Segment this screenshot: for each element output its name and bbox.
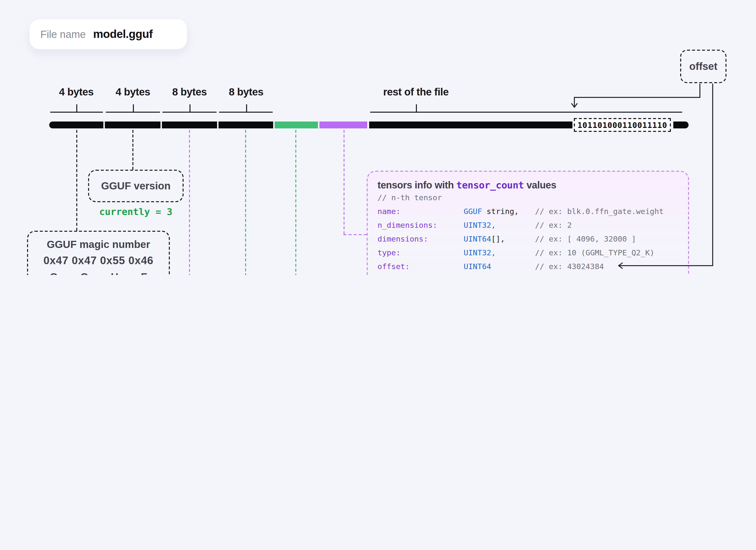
connector-tensors-box-elbow: [344, 234, 367, 235]
file-name-pill: File name model.gguf: [30, 19, 187, 49]
tensor-row: dimensions:UINT64[],// ex: [ 4096, 32000…: [378, 235, 680, 247]
tensors-info-panel: tensors info with tensor_count values //…: [367, 171, 689, 275]
connector-metadata-box: [295, 130, 296, 275]
gguf-version-note: currently = 3: [99, 206, 172, 217]
connector-tensors-box: [344, 130, 345, 234]
gguf-version-box: GGUF version: [88, 170, 184, 202]
gguf-magic-hex: 0x47 0x47 0x55 0x46: [28, 254, 169, 267]
gguf-magic-letter: U: [111, 271, 118, 275]
gguf-version-title: GGUF version: [101, 180, 171, 192]
bar-segment-tensor-count: [162, 122, 217, 128]
tensor-row-value: UINT64: [464, 262, 491, 271]
rest-of-file-label: rest of the file: [383, 86, 449, 98]
bracket-tick: [133, 104, 134, 112]
gguf-magic-letters: GGUF: [28, 271, 169, 275]
tensor-row: type:UINT32,// ex: 10 (GGML_TYPE_Q2_K): [378, 249, 680, 260]
gguf-magic-box: GGUF magic number 0x47 0x47 0x55 0x46 GG…: [27, 231, 170, 275]
bracket-line: [50, 112, 103, 113]
gguf-magic-letter: G: [80, 271, 88, 275]
bar-segment-tail: [673, 122, 689, 128]
tensor-row-value: UINT32,: [464, 221, 496, 230]
bracket-line-rest: [370, 112, 682, 113]
offset-callout-box: offset: [680, 50, 726, 83]
tensor-row: n_dimensions:UINT32,// ex: 2: [378, 221, 680, 233]
bracket-line: [219, 112, 273, 113]
bracket-tick: [246, 104, 247, 112]
bar-segment-metadata: [275, 122, 318, 128]
connector-metadata-kv-count: [245, 130, 246, 275]
bracket-tick-rest: [416, 104, 417, 112]
bracket-tick: [189, 104, 190, 112]
connector-version: [132, 130, 133, 170]
tensors-info-title: tensors info with tensor_count values: [378, 180, 556, 191]
gguf-magic-letter: F: [141, 271, 147, 275]
binary-offset-box: 101101000110011110: [574, 118, 671, 132]
gguf-format-diagram: File name model.gguf offset 4 bytes4 byt…: [0, 0, 756, 275]
byte-group-label: 8 bytes: [172, 86, 207, 98]
bar-segment-rest: [369, 122, 572, 128]
tensor-row: name:GGUF string,// ex: blk.0.ffn_gate.w…: [378, 207, 680, 219]
tensor-row-comment: // ex: 10 (GGML_TYPE_Q2_K): [535, 249, 654, 257]
tensors-comment-top: // n-th tensor: [378, 193, 442, 202]
bar-segment-metadata-kv-count: [219, 122, 273, 128]
tensor-row-key: name:: [378, 207, 400, 216]
tensor-row-key: n_dimensions:: [378, 221, 437, 230]
tensor-row-comment: // ex: 2: [535, 221, 572, 230]
gguf-magic-title: GGUF magic number: [28, 239, 169, 251]
tensor-row-value: GGUF string,: [464, 207, 519, 216]
file-name-label: File name: [40, 28, 86, 40]
bracket-line: [162, 112, 217, 113]
tensor-row-comment: // ex: 43024384: [535, 262, 604, 271]
gguf-magic-letter: G: [50, 271, 58, 275]
tensor-row-key: dimensions:: [378, 235, 428, 244]
bracket-line: [106, 112, 160, 113]
connector-magic: [76, 130, 77, 231]
bar-segment-tensors-info: [319, 122, 367, 128]
tensor-row: offset:UINT64// ex: 43024384: [378, 262, 680, 274]
tensor-row-key: offset:: [378, 262, 410, 271]
binary-value: 101101000110011110: [578, 120, 667, 130]
tensor-row-comment: // ex: blk.0.ffn_gate.weight: [535, 207, 664, 216]
byte-group-label: 4 bytes: [59, 86, 94, 98]
byte-group-label: 8 bytes: [229, 86, 264, 98]
tensor-row-value: UINT32,: [464, 249, 496, 257]
bracket-tick: [76, 104, 77, 112]
bar-segment-magic: [49, 122, 103, 128]
bar-segment-version: [105, 122, 160, 128]
byte-group-label: 4 bytes: [116, 86, 150, 98]
tensor-row-key: type:: [378, 249, 400, 257]
tensor-row-value: UINT64[],: [464, 235, 505, 244]
file-name-value: model.gguf: [93, 28, 153, 41]
connector-tensor-count: [189, 130, 190, 275]
offset-callout-label: offset: [689, 61, 717, 72]
tensor-row-comment: // ex: [ 4096, 32000 ]: [535, 235, 636, 244]
